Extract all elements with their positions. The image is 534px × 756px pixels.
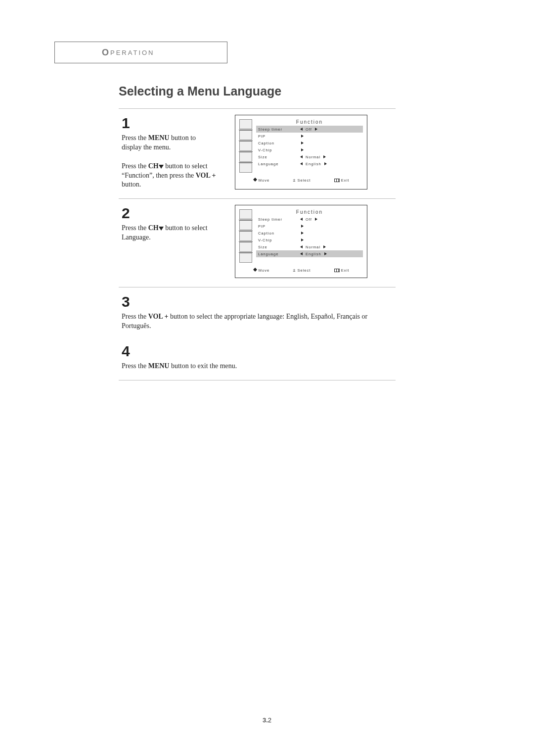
osd-value: Off: [306, 217, 312, 222]
osd-title: Function: [256, 119, 363, 125]
plusminus-icon: ±: [293, 178, 296, 183]
osd-label: Sleep timer: [258, 127, 300, 132]
osd-icon-column: [239, 119, 253, 173]
osd-footer: Move± Select Exit: [239, 268, 363, 273]
section-header: Operation: [54, 42, 227, 63]
osd-value: English: [306, 162, 321, 166]
step-4: 4 Press the MENU button to exit the menu…: [119, 340, 396, 380]
osd-row: V-Chip: [256, 236, 363, 243]
osd-category-icon: [239, 141, 252, 151]
osd-value: Normal: [306, 155, 320, 159]
osd-label: PIP: [258, 224, 300, 229]
move-icon: [253, 178, 257, 182]
arrow-right-icon: [301, 225, 304, 228]
section-header-first: O: [102, 47, 110, 58]
osd-category-icon: [239, 231, 252, 241]
osd-row: LanguageEnglish: [256, 160, 363, 167]
osd-row: SizeNormal: [256, 243, 363, 250]
osd-category-icon: [239, 242, 252, 252]
osd-category-icon: [239, 119, 252, 129]
osd-label: Sleep timer: [258, 217, 300, 222]
osd-category-icon: [239, 163, 252, 173]
osd-screenshot-step1: FunctionSleep timerOffPIPCaptionV-ChipSi…: [235, 115, 367, 189]
arrow-right-icon: [323, 245, 326, 248]
arrow-left-icon: [300, 245, 303, 248]
arrow-left-icon: [300, 155, 303, 158]
arrow-right-icon: [323, 155, 326, 158]
step-3: 3 Press the VOL + button to select the a…: [119, 287, 396, 340]
step-number: 3: [122, 293, 396, 310]
chevron-down-icon: [159, 165, 164, 169]
osd-label: Language: [258, 162, 300, 166]
osd-label: Caption: [258, 231, 300, 236]
arrow-right-icon: [301, 148, 304, 151]
step-number: 4: [122, 343, 396, 360]
osd-row: LanguageEnglish: [256, 250, 363, 257]
arrow-left-icon: [300, 252, 303, 255]
arrow-right-icon: [301, 142, 304, 144]
osd-value: English: [306, 252, 321, 256]
osd-category-icon: [239, 253, 252, 263]
plusminus-icon: ±: [293, 268, 296, 273]
step-body: Press the CH button to select Language.: [122, 224, 218, 242]
osd-category-icon: [239, 209, 252, 219]
osd-icon-column: [239, 209, 253, 263]
osd-row: Caption: [256, 230, 363, 236]
osd-label: PIP: [258, 134, 300, 139]
step-2: 2 Press the CH button to select Language…: [119, 199, 396, 287]
step-body: Press the MENU button to exit the menu.: [122, 362, 396, 371]
osd-category-icon: [239, 130, 252, 140]
osd-screenshot-step2: FunctionSleep timerOffPIPCaptionV-ChipSi…: [235, 205, 367, 278]
osd-label: Size: [258, 155, 300, 159]
step-number: 2: [122, 205, 218, 222]
osd-row: SizeNormal: [256, 153, 363, 160]
osd-row: Sleep timerOff: [256, 126, 363, 133]
arrow-right-icon: [301, 238, 304, 241]
step-number: 1: [122, 115, 218, 132]
osd-footer: Move± Select Exit: [239, 178, 363, 183]
osd-value: Off: [306, 127, 312, 132]
osd-label: V-Chip: [258, 238, 300, 242]
osd-label: Caption: [258, 141, 300, 145]
arrow-right-icon: [301, 135, 304, 138]
osd-label: Size: [258, 245, 300, 249]
arrow-right-icon: [301, 232, 304, 235]
arrow-left-icon: [300, 218, 303, 221]
step-body: Press the VOL + button to select the app…: [122, 312, 396, 331]
osd-row: Caption: [256, 140, 363, 146]
osd-row: Sleep timerOff: [256, 216, 363, 223]
page-title: Selecting a Menu Language: [119, 84, 396, 98]
osd-label: Language: [258, 252, 300, 256]
move-icon: [253, 268, 257, 272]
osd-label: V-Chip: [258, 148, 300, 152]
page-number: 3.2: [0, 716, 534, 724]
arrow-right-icon: [315, 218, 317, 221]
arrow-right-icon: [324, 252, 327, 255]
chevron-down-icon: [159, 227, 164, 231]
divider: [119, 380, 396, 380]
step-1: 1 Press the MENU button to display the m…: [119, 109, 396, 198]
arrow-left-icon: [300, 128, 303, 131]
osd-category-icon: [239, 220, 252, 230]
osd-row: V-Chip: [256, 146, 363, 153]
section-header-rest: peration: [110, 49, 155, 56]
osd-title: Function: [256, 209, 363, 215]
osd-category-icon: [239, 152, 252, 162]
arrow-right-icon: [315, 128, 317, 131]
step-body: Press the MENU button to display the men…: [122, 134, 218, 189]
arrow-left-icon: [300, 162, 303, 165]
osd-row: PIP: [256, 133, 363, 140]
arrow-right-icon: [324, 162, 327, 165]
exit-icon: [334, 179, 340, 182]
osd-row: PIP: [256, 223, 363, 230]
exit-icon: [334, 269, 340, 272]
osd-value: Normal: [306, 245, 320, 249]
